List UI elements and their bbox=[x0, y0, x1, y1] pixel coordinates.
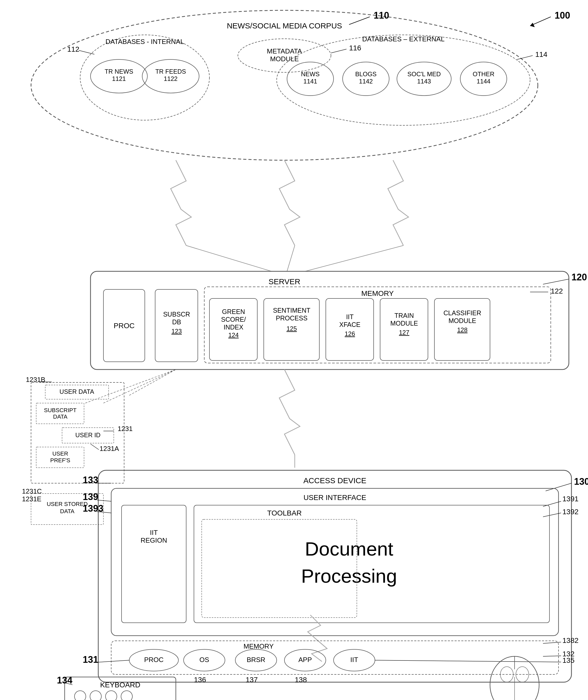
ref-122: 122 bbox=[551, 287, 563, 295]
metadata-label2: MODULE bbox=[270, 55, 299, 63]
other-label: OTHER bbox=[473, 71, 494, 78]
socmed-ref: 1143 bbox=[417, 78, 431, 85]
classifier-ref: 128 bbox=[457, 326, 468, 333]
diagram-container: 100 110 NEWS/SOCIAL MEDIA CORPUS METADAT… bbox=[0, 0, 588, 700]
svg-point-67 bbox=[105, 691, 117, 700]
corpus-label: NEWS/SOCIAL MEDIA CORPUS bbox=[227, 21, 342, 30]
iit-region-label2: REGION bbox=[141, 536, 167, 544]
subscript-data-label2: DATA bbox=[53, 413, 67, 420]
news-ref: 1141 bbox=[303, 78, 317, 85]
brsr-label: BRSR bbox=[247, 656, 265, 664]
svg-line-44 bbox=[546, 483, 571, 491]
svg-point-68 bbox=[121, 691, 132, 700]
svg-rect-22 bbox=[204, 287, 551, 363]
ref-131: 131 bbox=[83, 654, 98, 665]
svg-line-18 bbox=[305, 245, 403, 271]
ref-116: 116 bbox=[349, 44, 361, 52]
svg-line-17 bbox=[287, 245, 295, 271]
ref-139: 139 bbox=[83, 491, 98, 502]
doc-processing-label: Document bbox=[305, 538, 393, 560]
svg-rect-52 bbox=[194, 505, 549, 623]
proc-label: PROC bbox=[114, 322, 135, 330]
svg-point-6 bbox=[80, 35, 209, 120]
ref-136: 136 bbox=[194, 676, 206, 684]
db-internal-label: DATABASES - INTERNAL bbox=[105, 38, 184, 45]
iit-xface-ref: 126 bbox=[345, 330, 355, 337]
ref-134: 134 bbox=[57, 675, 72, 686]
ref-1382: 1382 bbox=[562, 636, 578, 644]
iit-xface-label2: XFACE bbox=[339, 321, 361, 328]
tr-news-ref: 1121 bbox=[112, 75, 126, 82]
blogs-ref: 1142 bbox=[359, 78, 373, 85]
svg-line-41 bbox=[103, 370, 176, 403]
app-label: APP bbox=[299, 656, 312, 664]
svg-rect-46 bbox=[111, 488, 559, 636]
user-prefs-label2: PREF'S bbox=[50, 457, 70, 464]
user-stored-label2: DATA bbox=[60, 508, 74, 514]
tr-feeds-label: TR FEEDS bbox=[155, 68, 186, 75]
svg-line-36 bbox=[90, 444, 99, 450]
train-label2: MODULE bbox=[391, 320, 418, 327]
sentiment-label2: PROCESS bbox=[276, 314, 308, 322]
ref-1231c: 1231C bbox=[22, 487, 42, 495]
ref-138: 138 bbox=[295, 676, 307, 684]
sentiment-ref: 125 bbox=[286, 325, 297, 332]
access-device-label: ACCESS DEVICE bbox=[303, 476, 366, 485]
proc2-label: PROC bbox=[144, 656, 163, 664]
svg-line-39 bbox=[129, 370, 176, 395]
toolbar-label: TOOLBAR bbox=[267, 509, 302, 517]
svg-line-11 bbox=[517, 56, 533, 59]
metadata-label: METADATA bbox=[267, 47, 302, 55]
memory2-label: MEMORY bbox=[243, 642, 274, 650]
user-data-label: USER DATA bbox=[59, 388, 94, 395]
tr-news-label: TR NEWS bbox=[105, 68, 133, 75]
ref-1231a: 1231A bbox=[99, 445, 119, 452]
ref-1392: 1392 bbox=[562, 508, 578, 516]
user-prefs-label: USER bbox=[52, 450, 68, 457]
socmed-label: SOC'L MED bbox=[407, 71, 441, 78]
iit-label: IIT bbox=[351, 656, 358, 664]
iit-region-label: IIT bbox=[150, 529, 158, 536]
svg-rect-19 bbox=[90, 271, 569, 370]
subscr-label: SUBSCR bbox=[163, 311, 190, 318]
os-label: OS bbox=[199, 656, 209, 664]
keyboard-label: KEYBOARD bbox=[100, 681, 140, 689]
db-external-label: DATABASES – EXTERNAL bbox=[362, 35, 445, 43]
ref-114: 114 bbox=[535, 50, 547, 58]
subscr-db: DB bbox=[172, 318, 181, 326]
ref-130: 130 bbox=[574, 476, 588, 487]
svg-line-7 bbox=[79, 50, 94, 54]
svg-line-40 bbox=[85, 370, 176, 403]
svg-rect-24 bbox=[155, 289, 198, 362]
svg-marker-1 bbox=[530, 23, 535, 27]
svg-rect-27 bbox=[326, 298, 374, 360]
green-score-label2: SCORE/ bbox=[221, 316, 246, 323]
green-score-label: GREEN bbox=[222, 308, 245, 315]
subscript-data-label: SUBSCRIPT bbox=[44, 407, 76, 413]
ref-135: 135 bbox=[562, 656, 575, 664]
svg-line-3 bbox=[349, 17, 370, 25]
ref-137: 137 bbox=[246, 676, 258, 684]
svg-line-5 bbox=[331, 49, 347, 53]
train-label: TRAIN bbox=[395, 312, 414, 319]
ref-133: 133 bbox=[83, 475, 98, 485]
svg-line-20 bbox=[543, 279, 569, 284]
blogs-label: BLOGS bbox=[355, 71, 377, 78]
svg-point-65 bbox=[74, 691, 86, 700]
server-label: SERVER bbox=[269, 277, 301, 286]
tr-feeds-ref: 1122 bbox=[164, 75, 177, 82]
svg-line-58 bbox=[97, 660, 129, 662]
sentiment-label: SENTIMENT bbox=[273, 307, 310, 314]
subscr-ref: 123 bbox=[171, 328, 182, 335]
news-label: NEWS bbox=[301, 71, 320, 78]
ref-110: 110 bbox=[374, 10, 389, 21]
classifier-label2: MODULE bbox=[449, 317, 476, 324]
memory-label: MEMORY bbox=[361, 289, 394, 297]
ref-1231b: 1231B bbox=[26, 376, 45, 383]
svg-line-63 bbox=[375, 660, 561, 662]
classifier-label: CLASSIFIER bbox=[444, 309, 481, 317]
ref-1231: 1231 bbox=[118, 425, 133, 433]
green-score-ref: 124 bbox=[228, 332, 239, 339]
iit-xface-label: IIT bbox=[346, 313, 354, 320]
green-score-label3: INDEX bbox=[224, 324, 243, 331]
